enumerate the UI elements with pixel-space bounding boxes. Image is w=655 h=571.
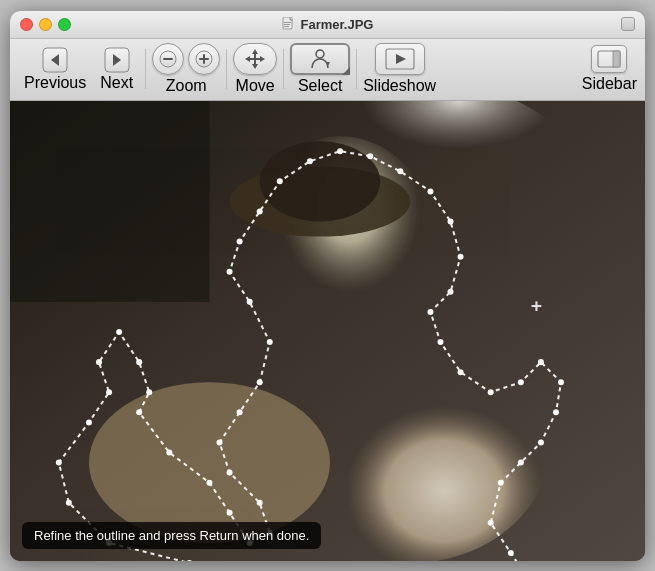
minimize-button[interactable]	[39, 18, 52, 31]
select-button[interactable]: Select	[290, 43, 350, 95]
sidebar-button[interactable]: Sidebar	[582, 45, 637, 93]
slideshow-icon	[385, 48, 415, 70]
svg-rect-9	[163, 58, 173, 60]
separator-4	[356, 49, 357, 89]
zoom-in-icon	[195, 50, 213, 68]
separator-2	[226, 49, 227, 89]
previous-icon	[41, 46, 69, 74]
photo-background	[10, 101, 645, 561]
svg-rect-12	[203, 54, 205, 64]
select-icon-btn	[290, 43, 350, 75]
slideshow-button[interactable]: Slideshow	[363, 43, 436, 95]
move-icon	[243, 47, 267, 71]
next-button[interactable]: Next	[94, 42, 139, 96]
separator-1	[145, 49, 146, 89]
main-window: Farmer.JPG Previous	[10, 11, 645, 561]
status-bar: Refine the outline and press Return when…	[22, 522, 321, 549]
svg-marker-13	[245, 49, 265, 69]
svg-rect-1	[284, 22, 291, 23]
zoom-out-button[interactable]	[152, 43, 184, 75]
close-button[interactable]	[20, 18, 33, 31]
svg-rect-19	[613, 51, 620, 67]
toolbar: Previous Next	[10, 39, 645, 101]
separator-3	[283, 49, 284, 89]
zoom-in-button[interactable]	[188, 43, 220, 75]
window-title: Farmer.JPG	[282, 17, 374, 32]
maximize-button[interactable]	[58, 18, 71, 31]
traffic-lights	[20, 18, 71, 31]
zoom-group: Zoom	[152, 43, 220, 95]
select-icon	[307, 46, 333, 72]
image-area: + Refine the outline and press Return wh…	[10, 101, 645, 561]
sidebar-icon	[597, 50, 621, 68]
svg-point-14	[316, 50, 324, 58]
title-bar: Farmer.JPG	[10, 11, 645, 39]
svg-rect-3	[284, 26, 289, 27]
slideshow-icon-btn	[375, 43, 425, 75]
svg-marker-17	[396, 54, 406, 64]
zoom-out-icon	[159, 50, 177, 68]
status-text: Refine the outline and press Return when…	[34, 528, 309, 543]
svg-rect-20	[598, 51, 612, 67]
next-icon	[103, 46, 131, 74]
previous-button[interactable]: Previous	[18, 42, 92, 96]
resize-handle[interactable]	[621, 17, 635, 31]
move-icon-btn	[233, 43, 277, 75]
svg-rect-2	[284, 24, 290, 25]
file-icon	[282, 17, 296, 31]
move-button[interactable]: Move	[233, 43, 277, 95]
sidebar-icon-btn	[591, 45, 627, 73]
